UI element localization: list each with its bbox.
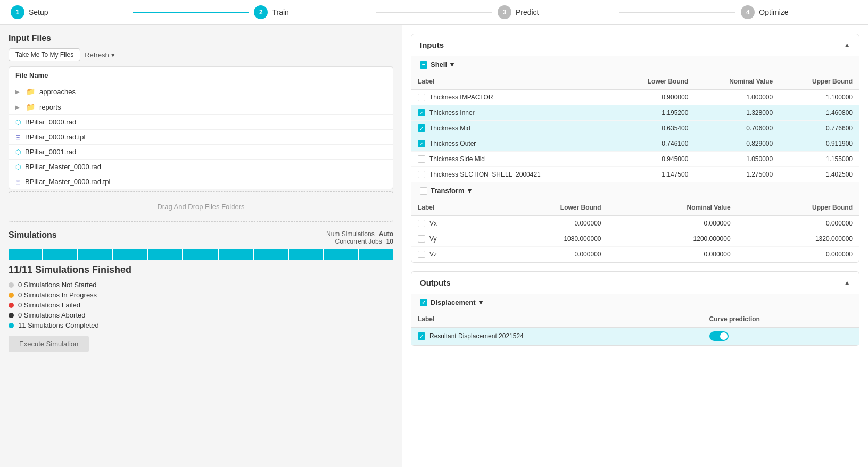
chevron-down-icon: ▾	[111, 51, 115, 59]
shell-group-checkbox[interactable]: −	[420, 61, 427, 69]
rad-file-icon: ⬡	[15, 148, 21, 156]
file-item-reports[interactable]: ▶ 📁 reports	[9, 99, 393, 115]
file-name: BPillar_0001.rad	[25, 148, 76, 156]
shell-group-header[interactable]: − Shell ▾	[411, 56, 859, 73]
stat-not-started-text: 0 Simulations Not Started	[18, 281, 96, 289]
shell-row-5: Thickness SECTION_SHELL_2000421 1.147500…	[411, 167, 859, 182]
file-item-bpillar-0000-tpl[interactable]: ⊟ BPillar_0000.rad.tpl	[9, 130, 393, 145]
shell-cell-label-3: ✓ Thickness Outer	[411, 136, 615, 152]
transform-col-lower: Lower Bound	[485, 199, 608, 216]
transform-col-upper: Upper Bound	[737, 199, 859, 216]
take-me-to-files-button[interactable]: Take Me To My Files	[9, 48, 80, 61]
step-setup[interactable]: 1 Setup	[11, 5, 127, 19]
shell-col-upper: Upper Bound	[779, 73, 859, 90]
step-line-3	[619, 12, 736, 13]
progress-seg-9	[290, 249, 324, 260]
shell-cell-label-1: ✓ Thickness Inner	[411, 105, 615, 121]
shell-cell-label-4: Thickness Side Mid	[411, 152, 615, 167]
dot-failed	[9, 303, 14, 308]
shell-checkbox-4[interactable]	[418, 155, 425, 163]
shell-table-header-row: Label Lower Bound Nominal Value Upper Bo…	[411, 73, 859, 90]
num-simulations-label: Num Simulations	[326, 230, 375, 238]
transform-checkbox-vx[interactable]	[418, 220, 425, 227]
stat-failed-text: 0 Simulations Failed	[18, 301, 80, 309]
transform-col-label: Label	[411, 199, 485, 216]
rad-file-icon: ⬡	[15, 119, 21, 126]
transform-checkbox-vz[interactable]	[418, 251, 425, 258]
inputs-collapse-icon[interactable]: ▲	[844, 41, 850, 49]
progress-seg-11	[360, 249, 393, 260]
shell-cell-lower-3: 0.746100	[615, 136, 695, 152]
auto-label: Auto	[379, 230, 393, 238]
shell-col-nominal: Nominal Value	[695, 73, 779, 90]
transform-cell-label-vx: Vx	[411, 216, 485, 231]
shell-cell-nominal-5: 1.275000	[695, 167, 779, 182]
dot-not-started	[9, 282, 14, 288]
transform-cell-nominal-vz: 0.000000	[607, 247, 737, 262]
shell-label-text-3: Thickness Outer	[429, 140, 476, 147]
output-col-label: Label	[411, 311, 703, 328]
outputs-title: Outputs	[420, 278, 451, 287]
chevron-right-icon: ▶	[15, 104, 20, 110]
transform-group-checkbox[interactable]	[420, 187, 427, 195]
step-predict[interactable]: 3 Predict	[498, 5, 614, 19]
shell-cell-upper-5: 1.402500	[779, 167, 859, 182]
transform-group-header[interactable]: Transform ▾	[411, 182, 859, 199]
file-name-column-header: File Name	[9, 67, 393, 84]
output-checkbox-0[interactable]: ✓	[418, 332, 425, 340]
step-train[interactable]: 2 Train	[254, 5, 370, 19]
step-optimize[interactable]: 4 Optimize	[741, 5, 857, 19]
file-item-bpillar-master-0000-rad[interactable]: ⬡ BPillar_Master_0000.rad	[9, 160, 393, 174]
step-circle-4: 4	[741, 5, 755, 19]
dropzone-text: Drag And Drop Files Folders	[157, 203, 244, 211]
file-item-approaches[interactable]: ▶ 📁 approaches	[9, 84, 393, 99]
drag-drop-zone[interactable]: Drag And Drop Files Folders	[9, 191, 393, 222]
shell-checkbox-0[interactable]	[418, 94, 425, 101]
shell-checkbox-3[interactable]: ✓	[418, 140, 425, 147]
displacement-chevron-icon: ▾	[479, 298, 483, 306]
concurrent-jobs-row: Concurrent Jobs 10	[326, 238, 393, 245]
curve-prediction-toggle-0[interactable]	[709, 331, 729, 341]
shell-checkbox-2[interactable]: ✓	[418, 124, 425, 132]
output-cell-label-0: ✓ Resultant Displacement 2021524	[411, 328, 703, 345]
file-name: approaches	[39, 88, 76, 96]
transform-group-label: Transform	[431, 187, 465, 195]
shell-checkbox-1[interactable]: ✓	[418, 109, 425, 116]
shell-cell-upper-1: 1.460800	[779, 105, 859, 121]
file-item-bpillar-master-0000-tpl[interactable]: ⊟ BPillar_Master_0000.rad.tpl	[9, 174, 393, 189]
simulations-stats: 0 Simulations Not Started 0 Simulations …	[9, 281, 393, 329]
displacement-group-header[interactable]: ✓ Displacement ▾	[411, 294, 859, 311]
dot-in-progress	[9, 293, 14, 298]
progress-seg-7	[220, 249, 254, 260]
outputs-table: Label Curve prediction ✓ Resultant Displ…	[411, 311, 859, 345]
transform-row-vx: Vx 0.000000 0.000000 0.000000	[411, 216, 859, 231]
output-col-curve: Curve prediction	[703, 311, 859, 328]
shell-checkbox-5[interactable]	[418, 171, 425, 178]
shell-cell-nominal-2: 0.706000	[695, 121, 779, 136]
file-item-bpillar-0001-rad[interactable]: ⬡ BPillar_0001.rad	[9, 145, 393, 160]
execute-simulation-button[interactable]: Execute Simulation	[9, 336, 89, 352]
output-table-header-row: Label Curve prediction	[411, 311, 859, 328]
transform-checkbox-vy[interactable]	[418, 235, 425, 243]
inputs-card: Inputs ▲ − Shell ▾ Label Lower Bound Nom…	[411, 34, 859, 263]
outputs-collapse-icon[interactable]: ▲	[844, 279, 850, 287]
file-name: BPillar_0000.rad.tpl	[25, 133, 85, 141]
outputs-card-header: Outputs ▲	[411, 272, 859, 294]
shell-row-3: ✓ Thickness Outer 0.746100 0.829000 0.91…	[411, 136, 859, 152]
transform-cell-upper-vz: 0.000000	[737, 247, 859, 262]
transform-chevron-icon: ▾	[468, 187, 472, 195]
stat-completed-text: 11 Simulations Completed	[18, 321, 99, 329]
step-label-predict: Predict	[516, 8, 539, 16]
shell-col-label: Label	[411, 73, 615, 90]
shell-cell-upper-3: 0.911900	[779, 136, 859, 152]
shell-cell-lower-0: 0.900000	[615, 90, 695, 105]
concurrent-jobs-label: Concurrent Jobs	[335, 238, 382, 245]
progress-seg-10	[325, 249, 359, 260]
displacement-group-checkbox[interactable]: ✓	[420, 299, 427, 306]
file-item-bpillar-0000-rad[interactable]: ⬡ BPillar_0000.rad	[9, 115, 393, 130]
progress-seg-5	[149, 249, 183, 260]
shell-cell-nominal-0: 1.000000	[695, 90, 779, 105]
transform-row-vz: Vz 0.000000 0.000000 0.000000	[411, 247, 859, 262]
shell-label-text-0: Thickness IMPACTOR	[429, 94, 493, 101]
refresh-button[interactable]: Refresh ▾	[85, 51, 115, 59]
